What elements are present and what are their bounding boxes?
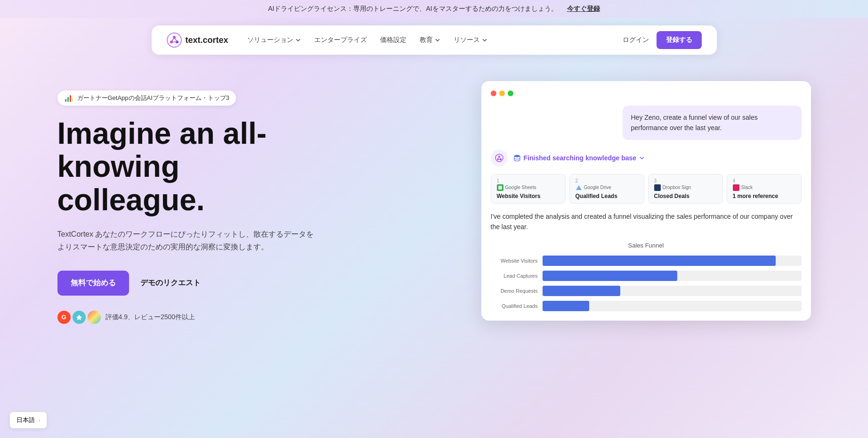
hero-left: ガートナーGetAppの会話AIプラットフォーム・トップ3 Imagine an… xyxy=(57,81,321,324)
hero-buttons: 無料で始める デモのリクエスト xyxy=(57,271,321,296)
demo-request-button[interactable]: デモのリクエスト xyxy=(140,278,201,288)
bar-qualified-leads xyxy=(543,301,589,311)
google-drive-icon xyxy=(576,184,582,191)
chat-bubble: Hey Zeno, create a funnel view of our sa… xyxy=(623,106,802,140)
g2-icon: G xyxy=(57,311,71,324)
nav-enterprise[interactable]: エンタープライズ xyxy=(314,36,367,44)
db-icon xyxy=(513,154,521,162)
svg-line-5 xyxy=(174,37,177,42)
chart-title: Sales Funnel xyxy=(491,242,802,249)
ref-google-drive: 2 Google Drive Qualified Leads xyxy=(569,174,644,204)
chevron-right-icon: › xyxy=(39,418,40,423)
status-label: Finished searching knowledge base xyxy=(524,154,637,162)
capterra-icon xyxy=(73,311,86,324)
register-button[interactable]: 登録する xyxy=(657,31,702,49)
hero-description: TextCortex あなたのワークフローにぴったりフィットし、散在するデータを… xyxy=(57,228,321,253)
banner-text: AIドライビングライセンス：専用のトレーニングで、AIをマスターするための力をつ… xyxy=(268,5,557,13)
chart-row-qualified-leads: Qualified Leads xyxy=(491,301,802,311)
banner-cta[interactable]: 今すぐ登録 xyxy=(567,5,600,13)
start-free-button[interactable]: 無料で始める xyxy=(57,271,129,296)
logo-text: text.cortex xyxy=(186,35,228,45)
svg-line-4 xyxy=(171,37,174,42)
svg-rect-9 xyxy=(70,95,71,102)
ref-slack: 4 Slack 1 more reference xyxy=(727,174,802,204)
ref-google-sheets: 1 Google Sheets Website Visitors xyxy=(491,174,566,204)
chart-row-lead-captures: Lead Captures xyxy=(491,271,802,281)
references-row: 1 Google Sheets Website Visitors 2 xyxy=(491,174,802,204)
social-icons: G xyxy=(57,311,101,324)
svg-point-19 xyxy=(514,155,520,157)
hero-right: Hey Zeno, create a funnel view of our sa… xyxy=(481,81,811,321)
svg-rect-8 xyxy=(67,97,69,102)
minimize-dot xyxy=(499,91,505,96)
bar-website-visitors xyxy=(543,256,776,266)
status-row: Finished searching knowledge base xyxy=(491,149,802,166)
bar-lead-captures xyxy=(543,271,677,281)
bar-demo-requests xyxy=(543,286,620,296)
completion-text: I've completed the analysis and created … xyxy=(491,211,802,232)
dropbox-icon xyxy=(654,184,661,191)
svg-rect-10 xyxy=(72,98,73,102)
nav-solutions[interactable]: ソリューション xyxy=(247,36,301,44)
language-label: 日本語 xyxy=(16,416,35,424)
badge-text: ガートナーGetAppの会話AIプラットフォーム・トップ3 xyxy=(77,94,230,102)
ref-dropbox: 3 Dropbox Sign Closed Deals xyxy=(648,174,723,204)
svg-point-12 xyxy=(495,154,503,162)
chart-row-demo-requests: Demo Requests xyxy=(491,286,802,296)
hero-title: Imagine an all-knowing colleague. xyxy=(57,117,321,216)
language-selector[interactable]: 日本語 › xyxy=(9,412,47,429)
svg-point-0 xyxy=(167,33,181,47)
hero-section: ガートナーGetAppの会話AIプラットフォーム・トップ3 Imagine an… xyxy=(10,62,858,343)
nav-links: ソリューション エンタープライズ 価格設定 教育 リソース xyxy=(247,36,604,44)
navbar-wrapper: text.cortex ソリューション エンタープライズ 価格設定 教育 リソー… xyxy=(0,18,868,62)
app-preview: Hey Zeno, create a funnel view of our sa… xyxy=(481,81,811,321)
nav-resources[interactable]: リソース xyxy=(454,36,487,44)
badge-icon xyxy=(64,93,73,103)
nav-pricing[interactable]: 価格設定 xyxy=(380,36,406,44)
chevron-down-icon xyxy=(639,155,645,161)
svg-marker-11 xyxy=(76,314,82,320)
top-banner: AIドライビングライセンス：専用のトレーニングで、AIをマスターするための力をつ… xyxy=(0,0,868,18)
status-text: Finished searching knowledge base xyxy=(513,154,645,162)
nav-actions: ログイン 登録する xyxy=(623,31,702,49)
social-proof: G 評価4.9、レビュー2500件以上 xyxy=(57,311,321,324)
nav-education[interactable]: 教育 xyxy=(420,36,440,44)
badge: ガートナーGetAppの会話AIプラットフォーム・トップ3 xyxy=(57,91,236,106)
login-button[interactable]: ログイン xyxy=(623,36,649,44)
google-sheets-icon xyxy=(497,184,503,191)
rating-text: 評価4.9、レビュー2500件以上 xyxy=(105,313,195,322)
window-controls xyxy=(491,91,802,96)
svg-rect-7 xyxy=(65,99,66,102)
maximize-dot xyxy=(508,91,513,96)
chart-row-website-visitors: Website Visitors xyxy=(491,256,802,266)
chart-bars: Website Visitors Lead Captures Demo Requ… xyxy=(491,256,802,311)
slack-icon xyxy=(733,184,739,191)
navbar: text.cortex ソリューション エンタープライズ 価格設定 教育 リソー… xyxy=(152,25,717,55)
rainbow-icon xyxy=(88,311,101,324)
close-dot xyxy=(491,91,496,96)
svg-marker-20 xyxy=(576,185,582,190)
logo[interactable]: text.cortex xyxy=(167,33,228,48)
ai-icon xyxy=(491,149,508,166)
logo-icon xyxy=(167,33,182,48)
